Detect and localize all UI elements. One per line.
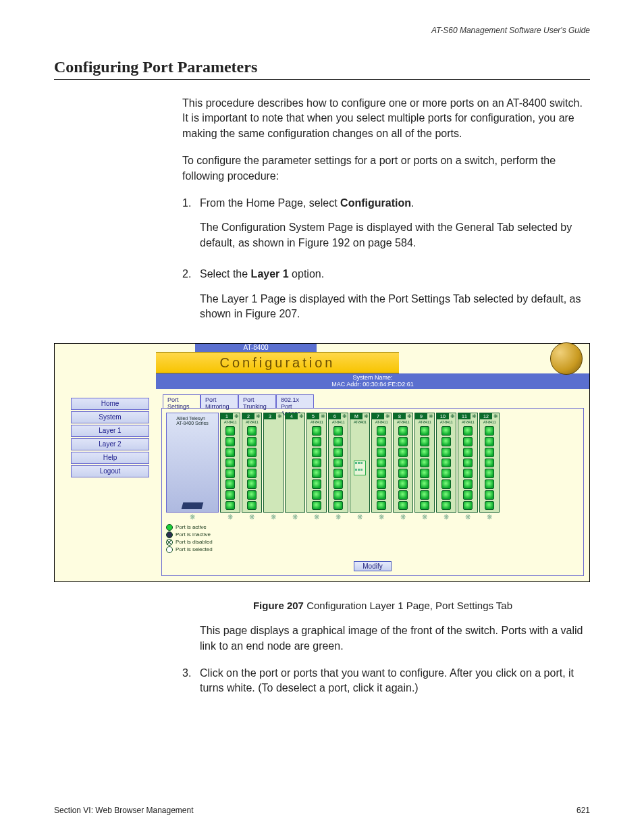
port[interactable]	[420, 437, 429, 446]
port[interactable]	[333, 490, 343, 500]
port[interactable]	[377, 469, 386, 478]
tab-port-trunking[interactable]: Port Trunking	[238, 394, 276, 408]
port[interactable]	[377, 490, 386, 500]
port[interactable]	[441, 437, 451, 446]
port[interactable]	[225, 437, 235, 446]
port[interactable]	[463, 469, 473, 478]
port[interactable]	[463, 426, 473, 436]
port[interactable]	[247, 479, 257, 489]
port[interactable]	[463, 479, 473, 489]
port[interactable]	[420, 469, 429, 478]
port[interactable]	[398, 469, 408, 478]
port[interactable]	[333, 469, 343, 478]
port[interactable]	[225, 479, 235, 489]
port[interactable]	[333, 437, 343, 446]
port[interactable]	[247, 459, 257, 468]
port[interactable]	[398, 448, 408, 457]
port[interactable]	[312, 448, 321, 457]
port[interactable]	[225, 501, 235, 511]
port[interactable]	[312, 479, 321, 489]
port[interactable]	[485, 459, 494, 468]
port[interactable]	[247, 437, 257, 446]
port[interactable]	[420, 490, 429, 500]
port[interactable]	[485, 469, 494, 478]
slot-foot-icon: ❋	[263, 514, 284, 521]
port[interactable]	[247, 501, 257, 511]
port[interactable]	[312, 469, 321, 478]
port[interactable]	[463, 459, 473, 468]
slot-M: M❋AT-8401	[350, 413, 370, 513]
port[interactable]	[333, 479, 343, 489]
port[interactable]	[398, 459, 408, 468]
port[interactable]	[333, 426, 343, 436]
port[interactable]	[441, 426, 451, 436]
port[interactable]	[420, 459, 429, 468]
port[interactable]	[441, 459, 451, 468]
tab-port-mirroring[interactable]: Port Mirroring	[200, 394, 238, 408]
port[interactable]	[377, 501, 386, 511]
tab-802-1x-port-access[interactable]: 802.1x Port Access	[276, 394, 314, 408]
port[interactable]	[247, 426, 257, 436]
port[interactable]	[441, 448, 451, 457]
port[interactable]	[377, 437, 386, 446]
port[interactable]	[398, 501, 408, 511]
port[interactable]	[377, 448, 386, 457]
port[interactable]	[441, 490, 451, 500]
port[interactable]	[312, 426, 321, 436]
port[interactable]	[485, 479, 494, 489]
port[interactable]	[312, 490, 321, 500]
nav-layer-2[interactable]: Layer 2	[71, 438, 149, 450]
port[interactable]	[312, 501, 321, 511]
port[interactable]	[485, 437, 494, 446]
nav-logout[interactable]: Logout	[71, 465, 149, 477]
modify-button[interactable]: Modify	[354, 561, 391, 571]
port[interactable]	[398, 479, 408, 489]
port[interactable]	[485, 426, 494, 436]
slot-3: 3❋	[263, 413, 284, 513]
port[interactable]	[441, 479, 451, 489]
port[interactable]	[463, 501, 473, 511]
port[interactable]	[225, 426, 235, 436]
port[interactable]	[333, 448, 343, 457]
slot-9: 9❋AT-8411	[414, 413, 435, 513]
port[interactable]	[463, 490, 473, 500]
port[interactable]	[312, 459, 321, 468]
port[interactable]	[225, 490, 235, 500]
port[interactable]	[420, 501, 429, 511]
port[interactable]	[377, 479, 386, 489]
port[interactable]	[312, 437, 321, 446]
port[interactable]	[463, 437, 473, 446]
port[interactable]	[485, 501, 494, 511]
slot-foot-icon: ❋	[371, 514, 392, 521]
port[interactable]	[441, 501, 451, 511]
nav-system[interactable]: System	[71, 411, 149, 423]
port[interactable]	[247, 469, 257, 478]
nav-help[interactable]: Help	[71, 452, 149, 464]
port[interactable]	[247, 490, 257, 500]
port[interactable]	[420, 448, 429, 457]
port[interactable]	[225, 459, 235, 468]
tab-port-settings[interactable]: Port Settings	[163, 394, 200, 408]
port[interactable]	[247, 448, 257, 457]
port[interactable]	[225, 448, 235, 457]
slot-2: 2❋AT-8411	[242, 413, 262, 513]
port[interactable]	[441, 469, 451, 478]
port[interactable]	[377, 459, 386, 468]
mgmt-port[interactable]	[354, 461, 366, 475]
port[interactable]	[463, 448, 473, 457]
port[interactable]	[485, 490, 494, 500]
port[interactable]	[398, 437, 408, 446]
port[interactable]	[485, 448, 494, 457]
port[interactable]	[333, 501, 343, 511]
nav-home[interactable]: Home	[71, 398, 149, 410]
port[interactable]	[420, 426, 429, 436]
port[interactable]	[225, 469, 235, 478]
port[interactable]	[398, 426, 408, 436]
port[interactable]	[398, 490, 408, 500]
app-page-title: Configuration	[156, 352, 399, 373]
port[interactable]	[420, 479, 429, 489]
step-3-text: Click on the port or ports that you want…	[200, 666, 583, 696]
port[interactable]	[333, 459, 343, 468]
port[interactable]	[377, 426, 386, 436]
nav-layer-1[interactable]: Layer 1	[71, 425, 149, 437]
